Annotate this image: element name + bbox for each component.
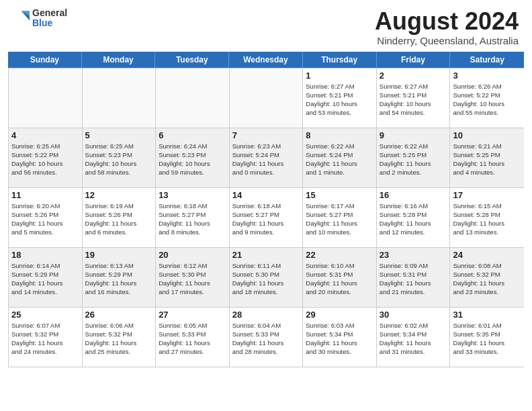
- logo-text: General Blue: [32, 8, 67, 29]
- calendar-day-2: 2Sunrise: 6:27 AM Sunset: 5:21 PM Daylig…: [377, 68, 451, 128]
- calendar-day-30: 30Sunrise: 6:02 AM Sunset: 5:34 PM Dayli…: [377, 308, 451, 367]
- day-header-monday: Monday: [82, 52, 156, 68]
- calendar-day-5: 5Sunrise: 6:25 AM Sunset: 5:23 PM Daylig…: [83, 128, 157, 187]
- subtitle: Ninderry, Queensland, Australia: [375, 35, 519, 46]
- day-number: 9: [380, 130, 447, 140]
- day-info: Sunrise: 6:23 AM Sunset: 5:24 PM Dayligh…: [232, 142, 300, 177]
- day-info: Sunrise: 6:02 AM Sunset: 5:34 PM Dayligh…: [380, 321, 447, 357]
- calendar-day-10: 10Sunrise: 6:21 AM Sunset: 5:25 PM Dayli…: [450, 128, 524, 187]
- calendar-day-4: 4Sunrise: 6:25 AM Sunset: 5:22 PM Daylig…: [9, 128, 83, 187]
- day-info: Sunrise: 6:26 AM Sunset: 5:22 PM Dayligh…: [453, 82, 521, 118]
- calendar-header: SundayMondayTuesdayWednesdayThursdayFrid…: [8, 52, 524, 68]
- day-info: Sunrise: 6:12 AM Sunset: 5:30 PM Dayligh…: [159, 261, 226, 297]
- day-number: 17: [453, 190, 521, 200]
- day-info: Sunrise: 6:18 AM Sunset: 5:27 PM Dayligh…: [232, 201, 300, 237]
- day-info: Sunrise: 6:07 AM Sunset: 5:32 PM Dayligh…: [11, 321, 79, 357]
- day-info: Sunrise: 6:20 AM Sunset: 5:26 PM Dayligh…: [11, 201, 79, 237]
- calendar-week-1: 1Sunrise: 6:27 AM Sunset: 5:21 PM Daylig…: [9, 68, 524, 128]
- calendar-week-2: 4Sunrise: 6:25 AM Sunset: 5:22 PM Daylig…: [9, 128, 524, 187]
- calendar-day-9: 9Sunrise: 6:22 AM Sunset: 5:25 PM Daylig…: [377, 128, 451, 187]
- calendar-day-31: 31Sunrise: 6:01 AM Sunset: 5:35 PM Dayli…: [450, 308, 524, 367]
- calendar-day-28: 28Sunrise: 6:04 AM Sunset: 5:33 PM Dayli…: [230, 308, 304, 367]
- day-info: Sunrise: 6:01 AM Sunset: 5:35 PM Dayligh…: [453, 321, 521, 357]
- calendar-day-21: 21Sunrise: 6:11 AM Sunset: 5:30 PM Dayli…: [230, 248, 304, 307]
- day-number: 4: [11, 130, 79, 140]
- day-number: 15: [306, 190, 373, 200]
- day-info: Sunrise: 6:17 AM Sunset: 5:27 PM Dayligh…: [306, 201, 373, 237]
- calendar-day-12: 12Sunrise: 6:19 AM Sunset: 5:26 PM Dayli…: [83, 188, 157, 247]
- calendar-day-29: 29Sunrise: 6:03 AM Sunset: 5:34 PM Dayli…: [303, 308, 377, 367]
- day-number: 28: [232, 310, 300, 320]
- calendar-week-4: 18Sunrise: 6:14 AM Sunset: 5:29 PM Dayli…: [9, 247, 524, 307]
- day-info: Sunrise: 6:14 AM Sunset: 5:29 PM Dayligh…: [11, 261, 79, 297]
- day-info: Sunrise: 6:06 AM Sunset: 5:32 PM Dayligh…: [85, 321, 153, 357]
- day-info: Sunrise: 6:09 AM Sunset: 5:31 PM Dayligh…: [380, 261, 447, 297]
- day-info: Sunrise: 6:27 AM Sunset: 5:21 PM Dayligh…: [380, 82, 447, 118]
- day-number: 2: [380, 71, 447, 81]
- calendar-day-24: 24Sunrise: 6:08 AM Sunset: 5:32 PM Dayli…: [450, 248, 524, 307]
- day-info: Sunrise: 6:25 AM Sunset: 5:22 PM Dayligh…: [11, 142, 79, 177]
- day-number: 30: [380, 310, 447, 320]
- day-number: 11: [11, 190, 79, 200]
- calendar-day-1: 1Sunrise: 6:27 AM Sunset: 5:21 PM Daylig…: [303, 68, 377, 128]
- logo-blue-text: Blue: [32, 18, 67, 28]
- calendar-day-18: 18Sunrise: 6:14 AM Sunset: 5:29 PM Dayli…: [9, 248, 83, 307]
- day-number: 8: [306, 130, 373, 140]
- day-header-sunday: Sunday: [8, 52, 82, 68]
- day-number: 29: [306, 310, 373, 320]
- day-info: Sunrise: 6:03 AM Sunset: 5:34 PM Dayligh…: [306, 321, 373, 357]
- day-info: Sunrise: 6:04 AM Sunset: 5:33 PM Dayligh…: [232, 321, 300, 357]
- day-info: Sunrise: 6:15 AM Sunset: 5:28 PM Dayligh…: [453, 201, 521, 237]
- calendar-week-5: 25Sunrise: 6:07 AM Sunset: 5:32 PM Dayli…: [9, 307, 524, 367]
- day-number: 1: [306, 71, 373, 81]
- day-number: 22: [306, 250, 373, 260]
- calendar-empty-cell: [230, 68, 304, 128]
- day-header-thursday: Thursday: [303, 52, 377, 68]
- day-info: Sunrise: 6:13 AM Sunset: 5:29 PM Dayligh…: [85, 261, 153, 297]
- day-number: 21: [232, 250, 300, 260]
- day-number: 10: [453, 130, 521, 140]
- calendar-day-13: 13Sunrise: 6:18 AM Sunset: 5:27 PM Dayli…: [156, 188, 230, 247]
- day-info: Sunrise: 6:27 AM Sunset: 5:21 PM Dayligh…: [306, 82, 373, 118]
- calendar-day-20: 20Sunrise: 6:12 AM Sunset: 5:30 PM Dayli…: [156, 248, 230, 307]
- day-number: 7: [232, 130, 300, 140]
- calendar-day-22: 22Sunrise: 6:10 AM Sunset: 5:31 PM Dayli…: [303, 248, 377, 307]
- day-number: 18: [11, 250, 79, 260]
- calendar-day-26: 26Sunrise: 6:06 AM Sunset: 5:32 PM Dayli…: [83, 308, 157, 367]
- day-number: 16: [380, 190, 447, 200]
- calendar-day-16: 16Sunrise: 6:16 AM Sunset: 5:28 PM Dayli…: [377, 188, 451, 247]
- calendar-week-3: 11Sunrise: 6:20 AM Sunset: 5:26 PM Dayli…: [9, 187, 524, 247]
- day-number: 13: [159, 190, 226, 200]
- day-info: Sunrise: 6:10 AM Sunset: 5:31 PM Dayligh…: [306, 261, 373, 297]
- day-number: 23: [380, 250, 447, 260]
- day-info: Sunrise: 6:05 AM Sunset: 5:33 PM Dayligh…: [159, 321, 226, 357]
- day-number: 25: [11, 310, 79, 320]
- logo-general-text: General: [32, 8, 67, 18]
- calendar-body: 1Sunrise: 6:27 AM Sunset: 5:21 PM Daylig…: [8, 68, 524, 367]
- calendar-day-25: 25Sunrise: 6:07 AM Sunset: 5:32 PM Dayli…: [9, 308, 83, 367]
- calendar-day-8: 8Sunrise: 6:22 AM Sunset: 5:24 PM Daylig…: [303, 128, 377, 187]
- calendar: SundayMondayTuesdayWednesdayThursdayFrid…: [8, 52, 524, 404]
- day-number: 3: [453, 71, 521, 81]
- page: General Blue August 2024 Ninderry, Queen…: [0, 0, 532, 411]
- calendar-day-3: 3Sunrise: 6:26 AM Sunset: 5:22 PM Daylig…: [450, 68, 524, 128]
- day-number: 31: [453, 310, 521, 320]
- day-info: Sunrise: 6:11 AM Sunset: 5:30 PM Dayligh…: [232, 261, 300, 297]
- calendar-day-27: 27Sunrise: 6:05 AM Sunset: 5:33 PM Dayli…: [156, 308, 230, 367]
- day-number: 24: [453, 250, 521, 260]
- day-info: Sunrise: 6:19 AM Sunset: 5:26 PM Dayligh…: [85, 201, 153, 237]
- calendar-day-7: 7Sunrise: 6:23 AM Sunset: 5:24 PM Daylig…: [230, 128, 304, 187]
- day-info: Sunrise: 6:08 AM Sunset: 5:32 PM Dayligh…: [453, 261, 521, 297]
- day-number: 6: [159, 130, 226, 140]
- day-info: Sunrise: 6:22 AM Sunset: 5:25 PM Dayligh…: [380, 142, 447, 177]
- day-info: Sunrise: 6:18 AM Sunset: 5:27 PM Dayligh…: [159, 201, 226, 237]
- title-block: August 2024 Ninderry, Queensland, Austra…: [375, 8, 519, 46]
- day-info: Sunrise: 6:21 AM Sunset: 5:25 PM Dayligh…: [453, 142, 521, 177]
- calendar-empty-cell: [83, 68, 157, 128]
- calendar-day-15: 15Sunrise: 6:17 AM Sunset: 5:27 PM Dayli…: [303, 188, 377, 247]
- day-number: 27: [159, 310, 226, 320]
- day-number: 20: [159, 250, 226, 260]
- day-header-wednesday: Wednesday: [229, 52, 303, 68]
- calendar-day-23: 23Sunrise: 6:09 AM Sunset: 5:31 PM Dayli…: [377, 248, 451, 307]
- header: General Blue August 2024 Ninderry, Queen…: [0, 0, 532, 52]
